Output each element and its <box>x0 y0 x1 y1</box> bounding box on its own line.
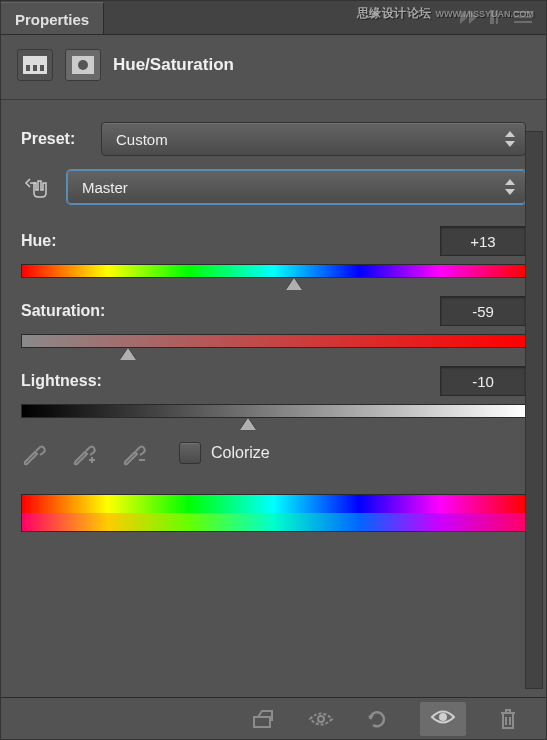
lightness-slider[interactable] <box>21 404 526 418</box>
saturation-slider-thumb[interactable] <box>120 348 136 360</box>
panel-menu-icon[interactable] <box>514 11 532 23</box>
hue-sat-icon <box>23 56 47 74</box>
hue-value-input[interactable]: +13 <box>440 226 526 256</box>
hue-label: Hue: <box>21 232 89 250</box>
lightness-label: Lightness: <box>21 372 102 390</box>
svg-point-10 <box>78 60 88 70</box>
adjustment-title: Hue/Saturation <box>113 55 234 75</box>
adjustment-header: Hue/Saturation <box>1 35 546 100</box>
svg-rect-7 <box>33 65 37 71</box>
svg-point-13 <box>439 713 447 721</box>
svg-rect-2 <box>514 11 532 13</box>
svg-rect-6 <box>26 65 30 71</box>
dock-icon[interactable] <box>490 10 504 24</box>
eyedropper-plus-icon[interactable] <box>71 440 97 466</box>
spectrum-output <box>22 513 525 531</box>
content-area: Preset: Custom Master Hue: +13 <box>1 100 546 532</box>
clip-to-layer-icon[interactable] <box>252 709 276 729</box>
panel-footer <box>1 697 546 739</box>
toggle-visibility-icon[interactable] <box>420 702 466 736</box>
eyedropper-minus-icon[interactable] <box>121 440 147 466</box>
watermark: 思缘设计论坛WWW.MISSYUAN.COM <box>357 5 535 22</box>
view-previous-icon[interactable] <box>308 710 334 728</box>
preset-value: Custom <box>116 131 168 148</box>
saturation-slider[interactable] <box>21 334 526 348</box>
hue-slider-thumb[interactable] <box>286 278 302 290</box>
reset-icon[interactable] <box>366 708 388 730</box>
range-select[interactable]: Master <box>67 170 526 204</box>
svg-point-12 <box>318 716 324 722</box>
spectrum-input <box>22 495 525 513</box>
properties-panel: 思缘设计论坛WWW.MISSYUAN.COM Properties Hue/Sa… <box>0 0 547 740</box>
range-value: Master <box>82 179 128 196</box>
colorize-checkbox[interactable] <box>179 442 201 464</box>
svg-rect-0 <box>490 10 494 24</box>
preset-select[interactable]: Custom <box>101 122 526 156</box>
saturation-label: Saturation: <box>21 302 105 320</box>
lightness-slider-thumb[interactable] <box>240 418 256 430</box>
saturation-value-input[interactable]: -59 <box>440 296 526 326</box>
tab-properties[interactable]: Properties <box>1 2 104 34</box>
preset-label: Preset: <box>21 130 89 148</box>
lightness-value-input[interactable]: -10 <box>440 366 526 396</box>
fast-forward-icon[interactable] <box>460 10 480 24</box>
svg-rect-11 <box>254 717 270 727</box>
eyedropper-icon[interactable] <box>21 440 47 466</box>
svg-rect-8 <box>40 65 44 71</box>
hue-slider[interactable] <box>21 264 526 278</box>
mask-icon-button[interactable] <box>65 49 101 81</box>
chevron-updown-icon <box>505 131 515 147</box>
svg-rect-1 <box>496 10 498 24</box>
delete-icon[interactable] <box>498 708 518 730</box>
svg-rect-4 <box>514 21 532 23</box>
colorize-label: Colorize <box>211 444 270 462</box>
svg-rect-3 <box>514 16 532 18</box>
mask-icon <box>72 56 94 74</box>
vertical-scrollbar[interactable] <box>525 131 543 689</box>
spectrum-preview <box>21 494 526 532</box>
adjustment-icon-button[interactable] <box>17 49 53 81</box>
chevron-updown-icon <box>505 179 515 195</box>
scrubby-hand-icon[interactable] <box>21 173 55 201</box>
